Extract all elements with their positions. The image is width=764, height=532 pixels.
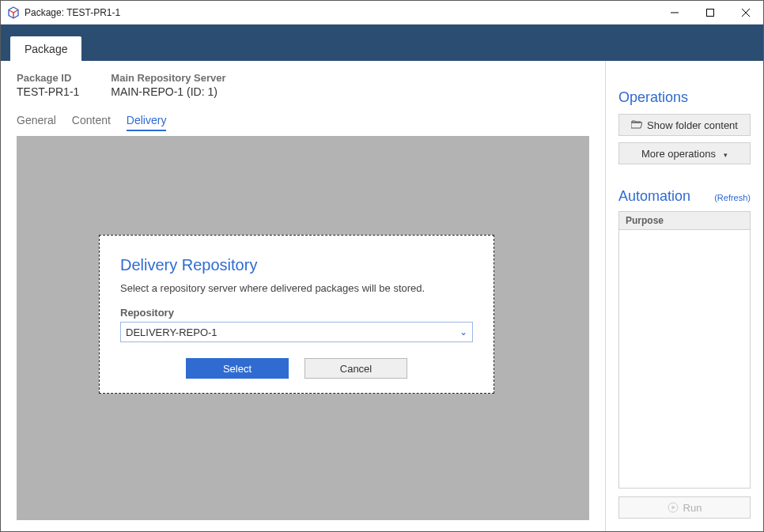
package-id-block: Package ID TEST-PR1-1 [17, 72, 79, 98]
column-purpose: Purpose [626, 215, 664, 226]
tab-delivery[interactable]: Delivery [127, 114, 167, 131]
package-window: Package: TEST-PR1-1 Package Package ID T… [0, 0, 764, 532]
minimize-button[interactable] [656, 1, 692, 25]
automation-grid-body [618, 230, 751, 489]
main-repo-block: Main Repository Server MAIN-REPO-1 (ID: … [111, 72, 225, 98]
repository-select-value: DELIVERY-REPO-1 [126, 326, 217, 338]
content-row: Package ID TEST-PR1-1 Main Repository Se… [1, 61, 763, 531]
automation-header: Automation (Refresh) [618, 188, 751, 205]
svg-rect-3 [706, 9, 713, 16]
dialog-description: Select a repository server where deliver… [120, 282, 473, 294]
run-label: Run [683, 502, 702, 514]
meta-row: Package ID TEST-PR1-1 Main Repository Se… [17, 72, 605, 98]
svg-marker-7 [671, 506, 675, 510]
show-folder-label: Show folder content [647, 119, 738, 131]
package-id-label: Package ID [17, 72, 79, 84]
chevron-down-icon: ⌄ [460, 326, 467, 338]
operations-heading: Operations [618, 89, 751, 106]
more-operations-button[interactable]: More operations [618, 142, 751, 164]
app-icon [7, 6, 20, 19]
show-folder-content-button[interactable]: Show folder content [618, 114, 751, 136]
tab-package[interactable]: Package [10, 36, 81, 62]
maximize-button[interactable] [692, 1, 728, 25]
window-title: Package: TEST-PR1-1 [25, 7, 120, 18]
delivery-tab-body: Delivery Repository Select a repository … [17, 136, 589, 520]
tab-content[interactable]: Content [72, 114, 111, 131]
automation-grid-header: Purpose [618, 211, 751, 230]
dialog-buttons: Select Cancel [120, 358, 473, 379]
more-operations-label: More operations [641, 148, 716, 160]
package-id-value: TEST-PR1-1 [17, 85, 79, 98]
header-band: Package [1, 25, 763, 61]
delivery-repository-dialog: Delivery Repository Select a repository … [99, 235, 494, 394]
titlebar: Package: TEST-PR1-1 [1, 1, 763, 25]
refresh-link[interactable]: (Refresh) [714, 193, 751, 202]
right-pane: Operations Show folder content More oper… [605, 61, 763, 531]
inner-tabs: General Content Delivery [17, 114, 605, 131]
run-button[interactable]: Run [618, 496, 751, 519]
repository-select[interactable]: DELIVERY-REPO-1 ⌄ [120, 322, 473, 342]
close-button[interactable] [728, 1, 763, 25]
dialog-title: Delivery Repository [120, 256, 473, 274]
folder-open-icon [631, 119, 642, 131]
repository-label: Repository [120, 307, 473, 319]
left-pane: Package ID TEST-PR1-1 Main Repository Se… [1, 61, 605, 531]
caret-down-icon [721, 148, 728, 160]
automation-heading: Automation [618, 188, 690, 205]
tab-general[interactable]: General [17, 114, 56, 131]
select-button[interactable]: Select [186, 358, 289, 379]
main-repo-label: Main Repository Server [111, 72, 225, 84]
cancel-button[interactable]: Cancel [304, 358, 407, 379]
window-controls [656, 1, 763, 25]
main-repo-value: MAIN-REPO-1 (ID: 1) [111, 85, 225, 98]
play-icon [668, 502, 679, 513]
